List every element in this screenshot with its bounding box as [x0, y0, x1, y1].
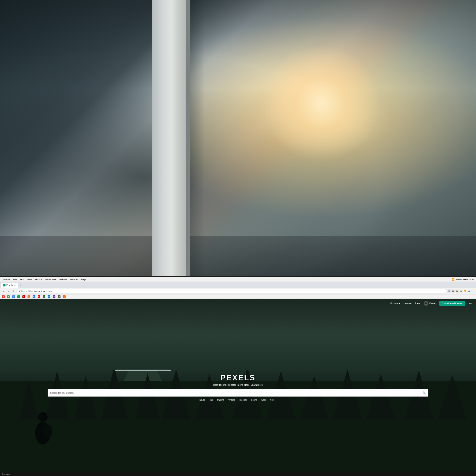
pillar [152, 0, 190, 228]
pillar-shadow [186, 0, 205, 228]
background-photo [0, 0, 228, 228]
